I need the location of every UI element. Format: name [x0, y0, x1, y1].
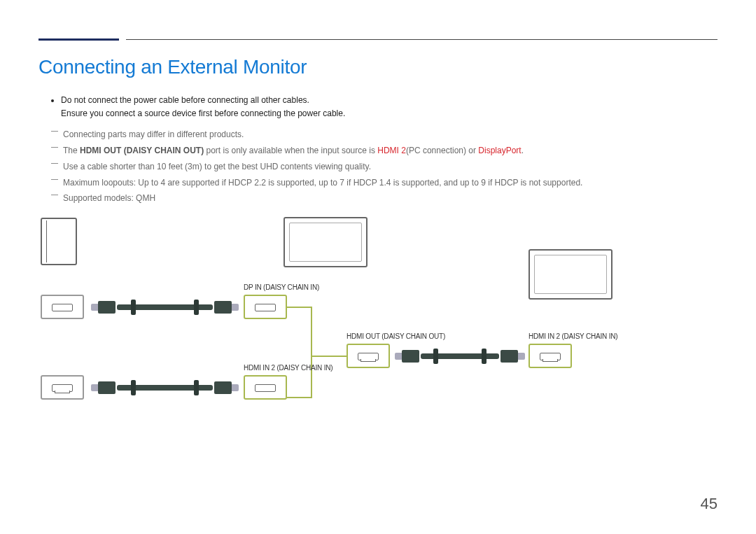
port-hdmi-in2-icon	[528, 344, 572, 368]
port-dp-out-icon	[41, 295, 84, 319]
dp-cable-icon	[117, 304, 213, 310]
connection-diagram: DP IN (DAISY CHAIN IN) HDMI IN 2 (DAISY …	[38, 218, 710, 428]
note-item: Use a cable shorter than 10 feet (3m) to…	[51, 159, 718, 175]
monitor-icon	[284, 217, 368, 267]
note-text: .	[522, 146, 524, 155]
page-number: 45	[701, 495, 718, 513]
connector-line	[287, 397, 312, 398]
bullet-text: Do not connect the power cable before co…	[61, 95, 309, 105]
note-text: (PC connection) or	[406, 146, 478, 155]
label-hdmi-in2: HDMI IN 2 (DAISY CHAIN IN)	[244, 364, 332, 372]
hdmi-cable-icon	[117, 385, 213, 391]
notes-list: Connecting parts may differ in different…	[38, 127, 718, 206]
source-device-icon	[41, 218, 77, 265]
note-text: port is only available when the input so…	[204, 146, 377, 155]
label-hdmi-out: HDMI OUT (DAISY CHAIN OUT)	[346, 332, 445, 340]
note-red: DisplayPort	[478, 146, 521, 155]
monitor-icon	[528, 249, 612, 300]
port-hdmi-in2-icon	[244, 375, 287, 400]
note-bold: HDMI OUT (DAISY CHAIN OUT)	[80, 146, 204, 155]
connector-line	[287, 307, 312, 308]
note-item: Supported models: QMH	[51, 190, 718, 206]
hdmi-cable-icon	[421, 353, 499, 359]
note-item: Maximum loopouts: Up to 4 are supported …	[51, 175, 718, 191]
warning-bullets: Do not connect the power cable before co…	[38, 94, 718, 120]
note-item: Connecting parts may differ in different…	[51, 127, 718, 143]
rule-thick	[38, 38, 119, 41]
page-title: Connecting an External Monitor	[38, 56, 718, 78]
port-dp-in-icon	[244, 295, 287, 319]
port-hdmi-out-icon	[41, 375, 84, 400]
port-hdmi-out-icon	[346, 344, 390, 368]
header-rule	[38, 38, 718, 41]
bullet-text: Ensure you connect a source device first…	[61, 108, 345, 118]
note-text: The	[63, 146, 80, 155]
connector-line	[311, 307, 312, 398]
bullet-item: Do not connect the power cable before co…	[61, 94, 718, 120]
label-hdmi-in2-b: HDMI IN 2 (DAISY CHAIN IN)	[528, 332, 617, 340]
rule-thin	[126, 39, 718, 40]
connector-line	[311, 356, 346, 357]
note-red: HDMI 2	[377, 146, 406, 155]
label-dp-in: DP IN (DAISY CHAIN IN)	[244, 283, 319, 291]
note-item: The HDMI OUT (DAISY CHAIN OUT) port is o…	[51, 143, 718, 159]
